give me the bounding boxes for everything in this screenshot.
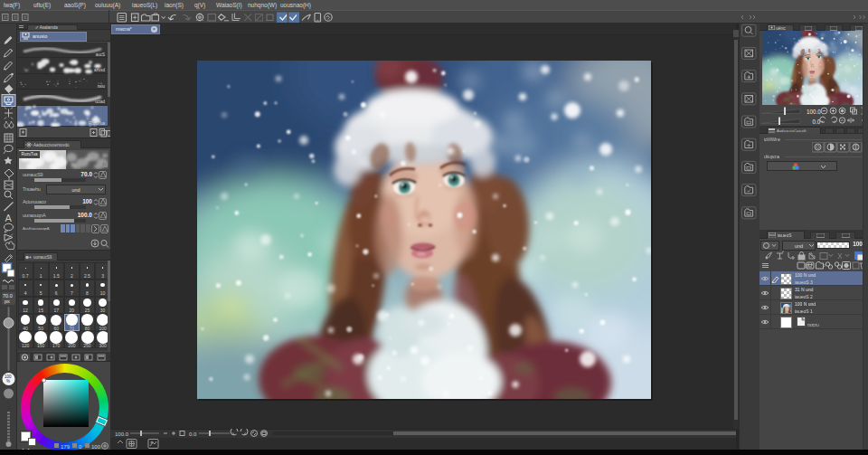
- svg-text:0.0: 0.0: [813, 118, 821, 125]
- svg-text:100.0: 100.0: [115, 431, 129, 437]
- svg-text:0: 0: [79, 444, 82, 450]
- svg-text:100: 100: [91, 444, 101, 450]
- svg-text:px: px: [5, 299, 10, 304]
- svg-text:A: A: [5, 213, 13, 223]
- svg-text:%: %: [6, 379, 10, 384]
- svg-text:0.0: 0.0: [189, 431, 197, 437]
- svg-text:100.0: 100.0: [807, 109, 821, 115]
- svg-text:179: 179: [61, 444, 71, 450]
